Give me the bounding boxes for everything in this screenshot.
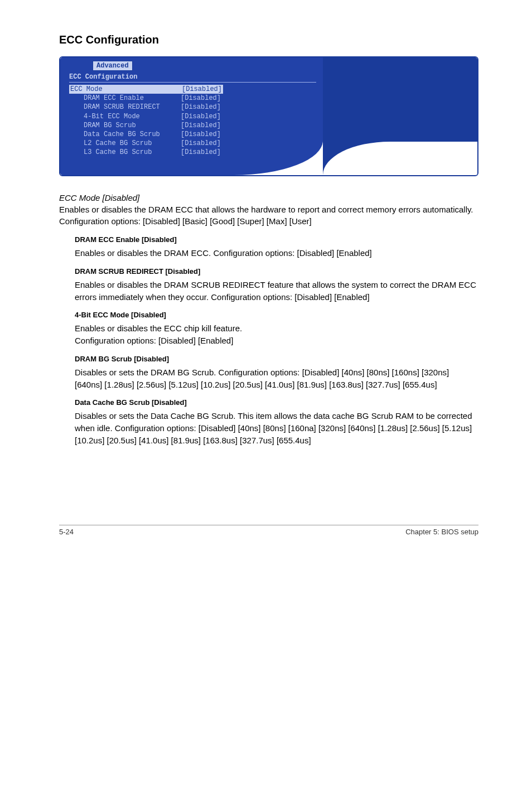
- sub-option-block: DRAM ECC Enable [Disabled]Enables or dis…: [59, 235, 478, 259]
- bios-config-row[interactable]: DRAM BG Scrub[Disabled]: [69, 121, 316, 130]
- bios-config-rows: ECC Mode[Disabled]DRAM ECC Enable[Disabl…: [69, 85, 316, 157]
- bios-config-row[interactable]: Data Cache BG Scrub[Disabled]: [69, 130, 316, 139]
- sub-option-block: Data Cache BG Scrub [Disabled]Disables o…: [59, 398, 478, 446]
- footer-chapter: Chapter 5: BIOS setup: [405, 528, 478, 536]
- page-footer: 5-24 Chapter 5: BIOS setup: [59, 525, 478, 536]
- sub-option-body: Disables or sets the DRAM BG Scrub. Conf…: [75, 366, 478, 391]
- sub-option-heading: 4-Bit ECC Mode [Disabled]: [75, 311, 478, 319]
- bios-config-value: [Disabled]: [181, 103, 221, 112]
- sub-option-heading: DRAM ECC Enable [Disabled]: [75, 235, 478, 244]
- bios-config-label: DRAM BG Scrub: [69, 121, 181, 130]
- ecc-mode-block: ECC Mode [Disabled] Enables or disables …: [59, 193, 478, 228]
- sub-option-block: DRAM BG Scrub [Disabled]Disables or sets…: [59, 355, 478, 391]
- sub-option-heading: DRAM BG Scrub [Disabled]: [75, 355, 478, 363]
- bios-panel: Advanced ECC Configuration ECC Mode[Disa…: [59, 56, 478, 176]
- bios-left-content: Advanced ECC Configuration ECC Mode[Disa…: [69, 60, 316, 157]
- sub-options: DRAM ECC Enable [Disabled]Enables or dis…: [59, 235, 478, 447]
- bios-inner: Advanced ECC Configuration ECC Mode[Disa…: [60, 57, 477, 175]
- bios-config-value: [Disabled]: [181, 121, 221, 130]
- bios-tab-row: Advanced: [93, 60, 316, 71]
- bios-panel-title: ECC Configuration: [69, 73, 316, 81]
- bios-config-value: [Disabled]: [181, 112, 221, 121]
- bios-config-row[interactable]: DRAM SCRUB REDIRECT[Disabled]: [69, 103, 316, 112]
- sub-option-body: Enables or disables the ECC chip kill fe…: [75, 322, 478, 347]
- sub-option-block: DRAM SCRUB REDIRECT [Disabled]Enables or…: [59, 267, 478, 303]
- bios-config-value: [Disabled]: [181, 139, 221, 148]
- ecc-mode-heading-text: ECC Mode [Disabled]: [59, 193, 139, 202]
- sub-option-heading: DRAM SCRUB REDIRECT [Disabled]: [75, 267, 478, 276]
- bios-config-label: ECC Mode: [69, 85, 181, 94]
- footer-page-number: 5-24: [59, 528, 74, 536]
- ecc-mode-heading: ECC Mode [Disabled]: [59, 193, 478, 202]
- section-heading: ECC Configuration: [59, 33, 478, 46]
- sub-option-heading: Data Cache BG Scrub [Disabled]: [75, 398, 478, 407]
- bios-config-row[interactable]: DRAM ECC Enable[Disabled]: [69, 94, 316, 103]
- bios-config-value: [Disabled]: [181, 148, 221, 157]
- sub-option-body: Enables or disables the DRAM SCRUB REDIR…: [75, 279, 478, 303]
- bios-config-label: Data Cache BG Scrub: [69, 130, 181, 139]
- bios-separator: [69, 82, 316, 83]
- bios-config-row[interactable]: 4-Bit ECC Mode[Disabled]: [69, 112, 316, 121]
- bios-config-row[interactable]: ECC Mode[Disabled]: [69, 85, 316, 94]
- bios-config-label: L3 Cache BG Scrub: [69, 148, 181, 157]
- sub-option-block: 4-Bit ECC Mode [Disabled]Enables or disa…: [59, 311, 478, 347]
- bios-config-label: DRAM ECC Enable: [69, 94, 181, 103]
- bios-config-label: DRAM SCRUB REDIRECT: [69, 103, 181, 112]
- bios-config-row[interactable]: L2 Cache BG Scrub[Disabled]: [69, 139, 316, 148]
- sub-option-body: Disables or sets the Data Cache BG Scrub…: [75, 410, 478, 446]
- ecc-mode-body: Enables or disables the DRAM ECC that al…: [59, 204, 478, 228]
- bios-config-label: L2 Cache BG Scrub: [69, 139, 181, 148]
- bios-config-row[interactable]: L3 Cache BG Scrub[Disabled]: [69, 148, 316, 157]
- page: ECC Configuration Advanced ECC Configura…: [0, 0, 532, 581]
- bios-config-label: 4-Bit ECC Mode: [69, 112, 181, 121]
- bios-config-value: [Disabled]: [181, 85, 223, 94]
- bios-config-value: [Disabled]: [181, 94, 221, 103]
- bios-left-pane: Advanced ECC Configuration ECC Mode[Disa…: [60, 57, 323, 175]
- bios-right-pane: [323, 57, 477, 175]
- bios-tab-advanced[interactable]: Advanced: [93, 61, 133, 71]
- sub-option-body: Enables or disables the DRAM ECC. Config…: [75, 247, 478, 259]
- bios-config-value: [Disabled]: [181, 130, 221, 139]
